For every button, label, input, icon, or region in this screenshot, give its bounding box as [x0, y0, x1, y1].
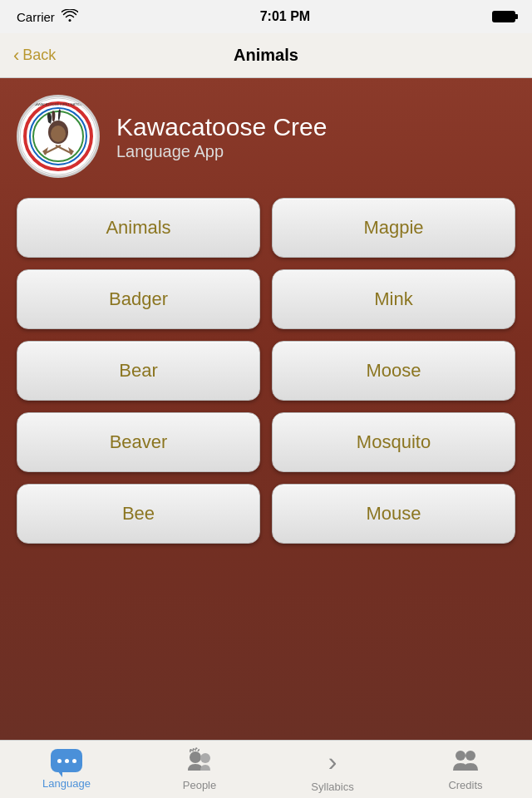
main-content: KAWACATOOSE FIRST NATION Kawacatoose Cre…	[0, 78, 532, 740]
syllabics-icon: ›	[328, 746, 337, 777]
back-chevron-icon: ‹	[13, 47, 19, 65]
battery-icon	[492, 11, 515, 22]
status-left: Carrier	[17, 9, 78, 25]
app-header: KAWACATOOSE FIRST NATION Kawacatoose Cre…	[17, 95, 515, 178]
app-name: Kawacatoose Cree	[116, 112, 327, 142]
app-title-block: Kawacatoose Cree Language App	[116, 112, 327, 161]
animal-btn-moose[interactable]: Moose	[272, 341, 515, 401]
app-subtitle: Language App	[116, 142, 327, 161]
tab-language-label: Language	[42, 777, 91, 790]
people-icon	[185, 747, 214, 776]
back-button[interactable]: ‹ Back	[13, 47, 56, 65]
svg-point-9	[456, 751, 466, 761]
carrier-text: Carrier	[17, 10, 55, 24]
tab-people-label: People	[183, 779, 216, 791]
nav-bar: ‹ Back Animals	[0, 33, 532, 78]
animal-btn-beaver[interactable]: Beaver	[17, 412, 260, 472]
tab-people[interactable]: People	[133, 747, 266, 791]
language-icon	[51, 749, 82, 772]
status-time: 7:01 PM	[260, 9, 310, 24]
svg-point-8	[200, 753, 210, 763]
animal-btn-animals[interactable]: Animals	[17, 198, 260, 258]
animal-btn-badger[interactable]: Badger	[17, 269, 260, 329]
animal-btn-mink[interactable]: Mink	[272, 269, 515, 329]
tab-syllabics-label: Syllabics	[311, 781, 353, 793]
tab-credits-label: Credits	[448, 779, 482, 791]
tab-credits[interactable]: Credits	[399, 747, 532, 791]
app-logo: KAWACATOOSE FIRST NATION	[17, 95, 100, 178]
svg-point-10	[466, 751, 475, 761]
tab-syllabics[interactable]: › Syllabics	[266, 746, 399, 793]
status-bar: Carrier 7:01 PM	[0, 0, 532, 33]
credits-icon	[451, 747, 480, 776]
animal-btn-bear[interactable]: Bear	[17, 341, 260, 401]
animal-btn-magpie[interactable]: Magpie	[272, 198, 515, 258]
back-label: Back	[22, 47, 56, 64]
animal-btn-mosquito[interactable]: Mosquito	[272, 412, 515, 472]
svg-text:KAWACATOOSE FIRST NATION: KAWACATOOSE FIRST NATION	[33, 102, 82, 106]
svg-point-7	[190, 751, 201, 763]
button-grid: AnimalsMagpieBadgerMinkBearMooseBeaverMo…	[17, 198, 515, 544]
tab-bar: Language People › Syllabics	[0, 740, 532, 798]
animal-btn-bee[interactable]: Bee	[17, 484, 260, 544]
nav-title: Animals	[234, 46, 298, 65]
status-right	[492, 11, 515, 22]
tab-language[interactable]: Language	[0, 749, 133, 790]
wifi-icon	[62, 9, 78, 25]
svg-point-5	[51, 126, 66, 142]
animal-btn-mouse[interactable]: Mouse	[272, 484, 515, 544]
